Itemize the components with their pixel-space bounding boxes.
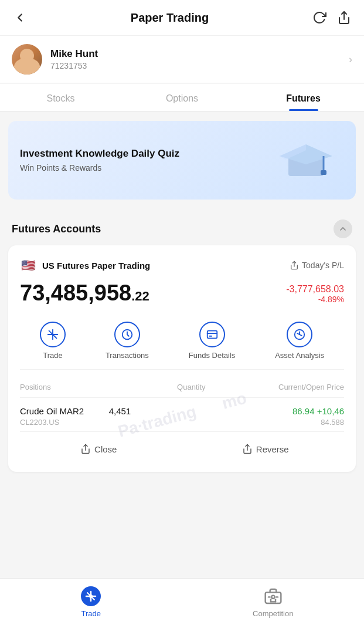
nav-competition[interactable]: Competition: [182, 586, 365, 618]
th-price: Current/Open Price: [206, 383, 345, 391]
position-current-price: 86.94 +10,46: [131, 406, 344, 416]
table-row[interactable]: Crude Oil MAR2 CL2203.US 4,451 86.94 +10…: [20, 398, 344, 431]
header-actions: [311, 9, 352, 26]
action-funds[interactable]: Funds Details: [189, 322, 235, 360]
action-trade[interactable]: Trade: [40, 322, 66, 360]
action-transactions-label: Transactions: [106, 351, 149, 360]
back-button[interactable]: [12, 9, 28, 26]
table-header: Positions Quantity Current/Open Price: [20, 378, 344, 398]
th-quantity: Quantity: [159, 383, 206, 391]
close-position-button[interactable]: Close: [20, 438, 178, 460]
position-code: CL2203.US: [20, 418, 84, 427]
nav-competition-label: Competition: [253, 609, 293, 618]
analysis-icon: [287, 322, 312, 347]
quiz-banner[interactable]: Investment Knowledge Daily Quiz Win Poin…: [8, 121, 356, 200]
th-positions: Positions: [20, 383, 159, 391]
action-funds-label: Funds Details: [189, 351, 235, 360]
balance-change: -3,777,658.03 -4.89%: [286, 284, 344, 304]
card-actions: Close Reverse: [20, 431, 344, 460]
position-quantity: 4,451: [84, 406, 131, 416]
page-title: Paper Trading: [131, 11, 209, 25]
svg-rect-4: [321, 170, 326, 175]
close-button-label: Close: [94, 444, 117, 454]
svg-rect-12: [207, 331, 217, 339]
avatar: [12, 44, 42, 75]
section-header: Futures Accounts: [0, 209, 364, 245]
account-name: US Futures Paper Trading: [42, 261, 150, 271]
change-amount: -3,777,658.03: [286, 284, 344, 295]
tab-options[interactable]: Options: [121, 84, 243, 111]
quiz-title: Investment Knowledge Daily Quiz: [20, 148, 274, 160]
action-trade-label: Trade: [43, 351, 62, 360]
quiz-subtitle: Win Points & Rewards: [20, 163, 274, 173]
graduation-cap-icon: [274, 134, 344, 187]
change-pct: -4.89%: [286, 295, 344, 304]
actions-row: Trade Transactions Funds Details: [20, 316, 344, 370]
account-name-row: 🇺🇸 US Futures Paper Trading: [20, 257, 150, 273]
account-card: 🇺🇸 US Futures Paper Trading Today's P/L …: [8, 245, 356, 472]
refresh-icon[interactable]: [311, 9, 328, 26]
price-change: +10,46: [317, 406, 344, 416]
trade-nav-icon: [80, 586, 101, 607]
user-id: 71231753: [50, 61, 98, 70]
reverse-button-label: Reverse: [256, 444, 289, 454]
app-header: Paper Trading: [0, 0, 364, 35]
position-col: Crude Oil MAR2 CL2203.US: [20, 406, 84, 427]
pl-label: Today's P/L: [290, 261, 344, 270]
trade-icon: [40, 322, 66, 347]
user-info: Mike Hunt 71231753: [12, 44, 98, 75]
tab-stocks[interactable]: Stocks: [0, 84, 121, 111]
bottom-nav: Trade Competition: [0, 578, 364, 625]
quiz-text: Investment Knowledge Daily Quiz Win Poin…: [20, 148, 274, 173]
balance-display: 73,485,958.22: [20, 282, 149, 304]
transactions-icon: [114, 322, 140, 347]
svg-point-24: [271, 596, 274, 599]
reverse-position-button[interactable]: Reverse: [187, 438, 345, 460]
balance-decimal: .22: [131, 289, 149, 303]
user-details: Mike Hunt 71231753: [50, 48, 98, 70]
close-action-icon: [80, 444, 91, 454]
position-price-col: 86.94 +10,46 84.588: [131, 406, 344, 427]
share-icon[interactable]: [336, 9, 352, 26]
section-title: Futures Accounts: [12, 223, 101, 235]
position-open-price: 84.588: [131, 418, 344, 427]
user-chevron-icon: ›: [349, 53, 352, 66]
tab-bar: Stocks Options Futures: [0, 84, 364, 112]
balance-row: 73,485,958.22 -3,777,658.03 -4.89%: [20, 282, 344, 304]
share-small-icon: [290, 261, 299, 270]
flag-icon: 🇺🇸: [20, 257, 36, 273]
position-name: Crude Oil MAR2: [20, 406, 84, 416]
user-row[interactable]: Mike Hunt 71231753 ›: [0, 35, 364, 83]
collapse-button[interactable]: [334, 219, 352, 238]
action-transactions[interactable]: Transactions: [106, 322, 149, 360]
pl-label-text: Today's P/L: [302, 261, 344, 270]
user-name: Mike Hunt: [50, 48, 98, 60]
action-analysis-label: Asset Analysis: [275, 351, 324, 360]
account-header: 🇺🇸 US Futures Paper Trading Today's P/L: [20, 257, 344, 273]
nav-trade-label: Trade: [81, 609, 101, 618]
balance-integer: 73,485,958: [20, 281, 131, 305]
funds-icon: [199, 322, 225, 347]
action-analysis[interactable]: Asset Analysis: [275, 322, 324, 360]
tab-futures[interactable]: Futures: [243, 84, 364, 111]
reverse-action-icon: [242, 444, 253, 454]
nav-trade[interactable]: Trade: [0, 586, 182, 618]
competition-nav-icon: [263, 586, 284, 607]
